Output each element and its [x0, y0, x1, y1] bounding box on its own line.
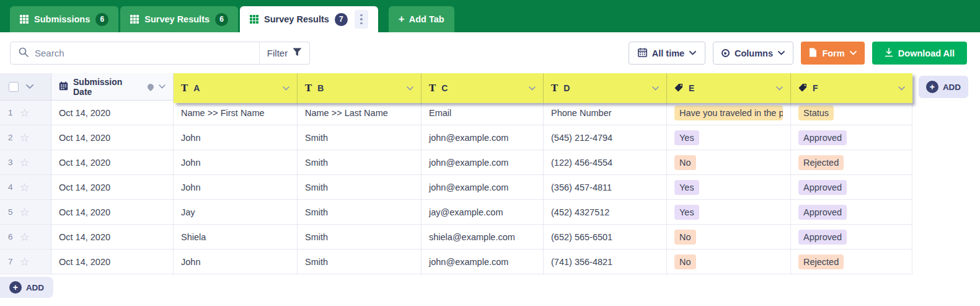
cell-d[interactable]: (741) 356-4821: [544, 250, 667, 274]
cell-f[interactable]: Approved: [791, 200, 912, 225]
star-icon[interactable]: ☆: [20, 207, 30, 218]
column-header-e[interactable]: E: [667, 73, 791, 103]
star-icon[interactable]: ☆: [20, 232, 30, 243]
table-row: 6 ☆ Oct 14, 2020 Shiela Smith shiela@exa…: [0, 225, 912, 250]
star-icon[interactable]: ☆: [20, 107, 30, 119]
cell-c[interactable]: shiela@example.com: [422, 225, 544, 250]
cell-b[interactable]: Name >> Last Name: [298, 101, 422, 125]
column-header-c[interactable]: T C: [422, 73, 544, 103]
column-header-a[interactable]: T A: [174, 73, 298, 103]
cell-f[interactable]: Status: [791, 101, 912, 125]
add-column-label: ADD: [943, 83, 961, 92]
cell-date[interactable]: Oct 14, 2020: [51, 250, 174, 274]
cell-c[interactable]: john@example.com: [422, 125, 544, 150]
cell-f[interactable]: Approved: [791, 125, 912, 150]
file-icon: [809, 48, 817, 59]
cell-date[interactable]: Oct 14, 2020: [51, 101, 174, 125]
cell-c[interactable]: Email: [422, 101, 544, 125]
chevron-down-icon[interactable]: [776, 86, 783, 91]
columns-button[interactable]: Columns: [713, 42, 793, 65]
chevron-down-icon[interactable]: [898, 86, 905, 91]
star-icon[interactable]: ☆: [20, 157, 30, 168]
cell-c[interactable]: john@example.com: [422, 175, 544, 200]
cell-b[interactable]: Smith: [298, 200, 422, 225]
cell-a[interactable]: Name >> First Name: [174, 101, 298, 125]
cell-b[interactable]: Smith: [298, 225, 422, 250]
cell-d[interactable]: (122) 456-4554: [544, 150, 667, 175]
star-icon[interactable]: ☆: [20, 182, 30, 193]
tab-menu-icon[interactable]: [355, 10, 368, 29]
tab-submissions[interactable]: Submissions 6: [10, 6, 118, 32]
cell-a[interactable]: Shiela: [174, 225, 298, 250]
row-gutter: 7 ☆: [0, 250, 51, 274]
cell-e[interactable]: No: [667, 150, 791, 175]
date-range-button[interactable]: All time: [629, 42, 705, 65]
cell-e[interactable]: No: [667, 250, 791, 274]
cell-c[interactable]: john@example.com: [422, 150, 544, 175]
cell-d[interactable]: (545) 212-4794: [544, 125, 667, 150]
cell-f[interactable]: Approved: [791, 175, 912, 200]
cell-c[interactable]: john@example.com: [422, 250, 544, 274]
cell-a[interactable]: Jay: [174, 200, 298, 225]
cell-e[interactable]: Have you traveled in the p: [667, 101, 791, 125]
cell-date[interactable]: Oct 14, 2020: [51, 225, 174, 250]
cell-e[interactable]: Yes: [667, 125, 791, 150]
form-button[interactable]: Form: [801, 42, 865, 65]
select-all-checkbox[interactable]: [9, 82, 19, 92]
tab-survey-results-2-active[interactable]: Survey Results 7: [240, 6, 378, 32]
column-header-b[interactable]: T B: [298, 73, 422, 103]
chevron-down-icon[interactable]: [159, 84, 166, 89]
cell-b[interactable]: Smith: [298, 175, 422, 200]
cell-e[interactable]: Yes: [667, 175, 791, 200]
chevron-down-icon[interactable]: [652, 86, 659, 91]
add-column-button[interactable]: + ADD: [919, 76, 968, 98]
tab-survey-results-1[interactable]: Survey Results 6: [120, 6, 238, 32]
chevron-down-icon[interactable]: [529, 86, 536, 91]
date-range-label: All time: [652, 48, 684, 58]
add-row-button[interactable]: + ADD: [0, 277, 53, 298]
row-gutter: 6 ☆: [0, 225, 51, 250]
cell-d[interactable]: Phone Number: [544, 101, 667, 125]
cell-e[interactable]: No: [667, 225, 791, 250]
chevron-down-icon[interactable]: [407, 86, 413, 91]
cell-date[interactable]: Oct 14, 2020: [51, 175, 174, 200]
download-all-button[interactable]: Download All: [872, 42, 967, 65]
filter-button[interactable]: Filter: [259, 42, 310, 65]
cell-f[interactable]: Rejected: [791, 250, 912, 274]
column-label: F: [813, 83, 818, 93]
cell-b[interactable]: Smith: [298, 250, 422, 274]
cell-c[interactable]: jay@example.com: [422, 200, 544, 225]
value-chip: No: [674, 254, 696, 269]
value-chip: Rejected: [798, 254, 844, 269]
chevron-down-icon[interactable]: [26, 84, 33, 89]
cell-b[interactable]: Smith: [298, 150, 422, 175]
star-icon[interactable]: ☆: [20, 132, 30, 143]
column-header-f[interactable]: F: [791, 73, 912, 103]
cell-date[interactable]: Oct 14, 2020: [51, 200, 174, 225]
table-body: 1 ☆ Oct 14, 2020 Name >> First Name Name…: [0, 101, 912, 274]
cell-d[interactable]: (452) 4327512: [544, 200, 667, 225]
search-input[interactable]: [35, 48, 251, 58]
add-tab-button[interactable]: + Add Tab: [389, 6, 454, 32]
row-gutter: 2 ☆: [0, 125, 51, 150]
cell-d[interactable]: (356) 457-4811: [544, 175, 667, 200]
cell-a[interactable]: John: [174, 250, 298, 274]
cell-a[interactable]: John: [174, 125, 298, 150]
cell-e[interactable]: Yes: [667, 200, 791, 225]
star-icon[interactable]: ☆: [20, 256, 30, 268]
cell-b[interactable]: Smith: [298, 125, 422, 150]
cell-date[interactable]: Oct 14, 2020: [51, 150, 174, 175]
highlighted-column-group: T A T B T C T D E F: [174, 73, 912, 103]
text-type-icon: T: [305, 83, 312, 94]
cell-d[interactable]: (652) 565-6501: [544, 225, 667, 250]
cell-a[interactable]: John: [174, 150, 298, 175]
cell-a[interactable]: John: [174, 175, 298, 200]
chevron-down-icon[interactable]: [283, 86, 289, 91]
value-chip: No: [674, 155, 696, 170]
cell-f[interactable]: Rejected: [791, 150, 912, 175]
pin-icon[interactable]: [146, 82, 155, 91]
column-header-submission-date[interactable]: Submission Date: [51, 73, 174, 101]
cell-date[interactable]: Oct 14, 2020: [51, 125, 174, 150]
cell-f[interactable]: Approved: [791, 225, 912, 250]
column-header-d[interactable]: T D: [544, 73, 667, 103]
